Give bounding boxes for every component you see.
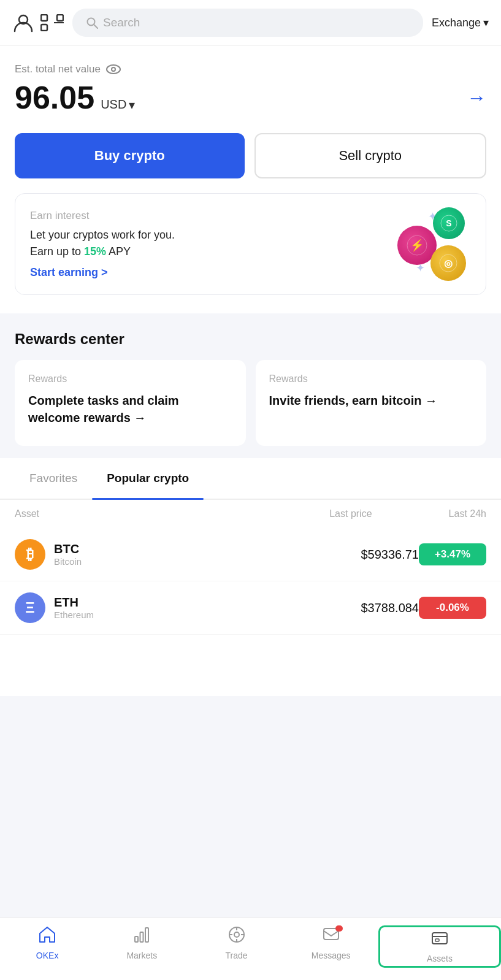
earn-desc: Let your cryptos work for you. Earn up t… — [30, 227, 175, 260]
svg-rect-3 — [41, 25, 47, 31]
rewards-title: Rewards center — [15, 331, 486, 348]
svg-point-19 — [234, 932, 239, 937]
svg-rect-15 — [135, 936, 138, 942]
visibility-icon[interactable] — [105, 64, 121, 75]
col-change-header: Last 24h — [372, 508, 486, 519]
eth-icon: Ξ — [15, 592, 45, 623]
currency-label: USD — [101, 98, 126, 112]
svg-rect-25 — [432, 933, 447, 944]
svg-rect-1 — [41, 15, 47, 21]
btc-name-col: BTC Bitcoin — [54, 542, 237, 567]
trade-icon — [228, 925, 246, 948]
svg-rect-2 — [57, 15, 63, 21]
bottom-nav: OKEx Markets Trade — [0, 917, 501, 980]
crypto-table-section: Favorites Popular crypto Asset Last pric… — [0, 458, 501, 696]
svg-text:◎: ◎ — [444, 258, 453, 269]
earn-text: Earn interest Let your cryptos work for … — [30, 210, 175, 279]
eth-name-col: ETH Ethereum — [54, 595, 237, 620]
buy-crypto-button[interactable]: Buy crypto — [15, 133, 245, 178]
top-bar: Search Exchange ▾ — [0, 0, 501, 46]
crypto-row-eth[interactable]: Ξ ETH Ethereum $3788.084 -0.06% — [0, 581, 501, 635]
eth-price: $3788.084 — [237, 601, 419, 615]
rewards-section: Rewards center Rewards Complete tasks an… — [0, 313, 501, 458]
btc-icon: ₿ — [15, 539, 45, 570]
exchange-button[interactable]: Exchange ▾ — [432, 16, 489, 29]
nav-item-assets[interactable]: Assets — [378, 925, 501, 968]
main-content: Est. total net value 96.05 USD ▾ → Buy c… — [0, 46, 501, 313]
btc-price: $59336.71 — [237, 548, 419, 562]
col-asset-header: Asset — [15, 508, 229, 519]
tab-popular-crypto[interactable]: Popular crypto — [92, 458, 204, 499]
coin-green: S — [433, 207, 465, 239]
col-price-header: Last price — [229, 508, 372, 519]
earn-coins: ✦ S ⚡ ✦ ◎ — [391, 207, 471, 281]
rewards-cards: Rewards Complete tasks and claim welcome… — [15, 360, 486, 446]
search-placeholder: Search — [103, 16, 140, 29]
net-value-label: Est. total net value — [15, 63, 486, 75]
tabs-row: Favorites Popular crypto — [0, 458, 501, 500]
btc-change: +3.47% — [419, 543, 486, 565]
sell-crypto-button[interactable]: Sell crypto — [254, 133, 487, 178]
eth-fullname: Ethereum — [54, 610, 237, 620]
crypto-row-btc[interactable]: ₿ BTC Bitcoin $59336.71 +3.47% — [0, 528, 501, 581]
reward-card-2[interactable]: Rewards Invite friends, earn bitcoin → — [256, 360, 487, 446]
nav-item-messages[interactable]: Messages — [284, 925, 378, 968]
reward-card-2-text: Invite friends, earn bitcoin → — [269, 392, 473, 409]
svg-rect-26 — [435, 939, 439, 941]
eth-change: -0.06% — [419, 597, 486, 619]
net-value-amount: 96.05 USD ▾ — [15, 79, 135, 116]
nav-item-okex[interactable]: OKEx — [0, 925, 94, 968]
reward-card-1-label: Rewards — [28, 373, 232, 385]
search-box[interactable]: Search — [72, 9, 423, 37]
btc-fullname: Bitcoin — [54, 556, 237, 567]
earn-title: Earn interest — [30, 210, 175, 222]
nav-markets-label: Markets — [126, 951, 157, 960]
portfolio-arrow[interactable]: → — [467, 86, 486, 109]
reward-card-1-text: Complete tasks and claim welcome rewards… — [28, 392, 232, 426]
eth-symbol: ETH — [54, 595, 237, 610]
net-value-row: 96.05 USD ▾ → — [15, 79, 486, 116]
search-icon — [86, 17, 98, 29]
user-icons — [12, 12, 64, 34]
svg-text:⚡: ⚡ — [410, 239, 424, 252]
nav-assets-label: Assets — [427, 954, 453, 963]
btc-symbol: BTC — [54, 542, 237, 556]
nav-trade-label: Trade — [225, 951, 247, 960]
user-icon[interactable] — [12, 12, 34, 34]
nav-item-trade[interactable]: Trade — [189, 925, 283, 968]
earn-card[interactable]: Earn interest Let your cryptos work for … — [15, 193, 486, 295]
start-earning-link[interactable]: Start earning > — [30, 266, 175, 279]
coin-gold: ◎ — [430, 245, 466, 281]
reward-card-1[interactable]: Rewards Complete tasks and claim welcome… — [15, 360, 246, 446]
svg-point-8 — [112, 67, 115, 71]
table-header: Asset Last price Last 24h — [0, 500, 501, 528]
action-buttons: Buy crypto Sell crypto — [15, 133, 486, 178]
svg-rect-16 — [140, 932, 143, 942]
svg-text:S: S — [446, 218, 451, 228]
messages-icon — [322, 925, 340, 948]
reward-card-2-label: Rewards — [269, 373, 473, 385]
nav-okex-label: OKEx — [36, 951, 59, 960]
svg-point-7 — [107, 65, 120, 74]
svg-rect-17 — [145, 928, 148, 942]
nav-item-markets[interactable]: Markets — [94, 925, 189, 968]
svg-line-6 — [94, 25, 98, 28]
tab-favorites[interactable]: Favorites — [15, 458, 92, 499]
portfolio-value: 96.05 — [15, 79, 94, 116]
assets-icon — [430, 928, 449, 951]
exchange-dropdown-icon: ▾ — [483, 16, 489, 29]
sparkle-icon-2: ✦ — [416, 261, 425, 275]
currency-selector[interactable]: USD ▾ — [101, 98, 135, 112]
markets-icon — [132, 925, 151, 948]
exchange-label: Exchange — [432, 17, 481, 29]
currency-dropdown-icon: ▾ — [129, 98, 135, 112]
home-icon — [38, 925, 56, 948]
scan-icon[interactable] — [40, 14, 64, 31]
nav-messages-label: Messages — [312, 951, 351, 960]
